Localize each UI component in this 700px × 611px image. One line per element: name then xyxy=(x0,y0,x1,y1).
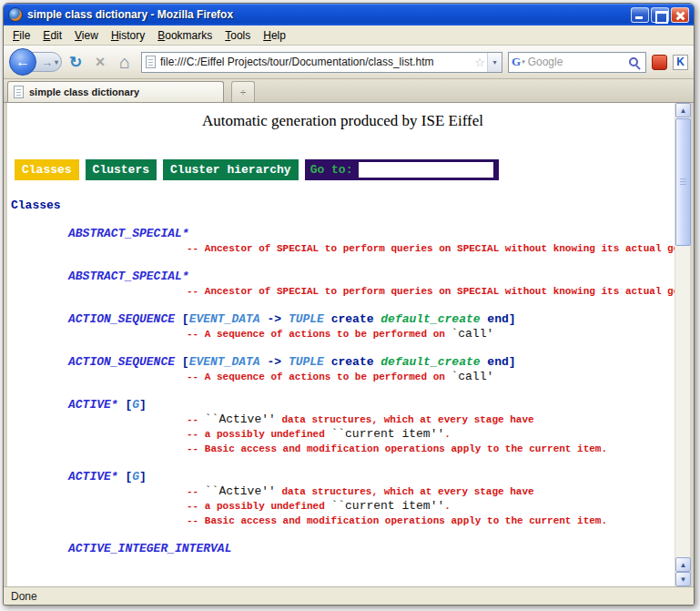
page-icon xyxy=(146,56,156,68)
menu-history[interactable]: History xyxy=(105,26,151,45)
maximize-button[interactable] xyxy=(651,7,669,23)
token-code: `call' xyxy=(451,370,493,383)
class-entry: ACTION_SEQUENCE [EVENT_DATA -> TUPLE cre… xyxy=(11,312,675,341)
url-dropdown-button[interactable]: ▾ xyxy=(487,53,502,72)
class-comment: -- Basic access and modification operati… xyxy=(187,442,675,456)
goto-label: Go to: xyxy=(310,163,353,177)
class-link[interactable]: ACTION_SEQUENCE [EVENT_DATA -> TUPLE cre… xyxy=(68,355,675,370)
nav-button-classes[interactable]: Classes xyxy=(15,159,79,180)
scrollbar-thumb[interactable] xyxy=(675,118,691,246)
back-button[interactable]: ← xyxy=(9,48,36,76)
token-cls: ABSTRACT_SPECIAL* xyxy=(68,270,189,283)
token-sym: [ xyxy=(118,470,133,484)
class-link[interactable]: ACTION_SEQUENCE [EVENT_DATA -> TUPLE cre… xyxy=(68,312,675,327)
token-cls: ACTIVE_INTEGER_INTERVAL xyxy=(68,542,231,555)
extension-icon-k[interactable]: K xyxy=(673,55,688,70)
section-title: Classes xyxy=(11,199,675,212)
tab-simple-class-dictionary[interactable]: simple class dictionary xyxy=(7,81,224,102)
class-comment: -- ``Active'' data structures, which at … xyxy=(187,412,675,427)
scroll-up-button[interactable]: ▲ xyxy=(675,103,691,117)
tab-bar: simple class dictionary ÷ xyxy=(4,79,694,103)
url-bar[interactable]: file:///C:/Eiffel Projects/tour/Document… xyxy=(141,52,502,73)
class-link[interactable]: ACTIVE* [G] xyxy=(68,398,675,412)
token-gen: EVENT_DATA xyxy=(189,355,260,369)
token-feat: default_create xyxy=(380,355,480,369)
tab-label: simple class dictionary xyxy=(29,87,139,97)
token-kw: create xyxy=(324,312,380,326)
scroll-down-button[interactable]: ▼ xyxy=(675,572,691,586)
minimize-button[interactable] xyxy=(631,7,649,23)
token-gen: G xyxy=(132,470,139,484)
class-entry: ABSTRACT_SPECIAL*-- Ancestor of SPECIAL … xyxy=(11,227,675,256)
class-entry: ACTIVE* [G]-- ``Active'' data structures… xyxy=(11,398,675,456)
window-controls xyxy=(631,7,689,23)
bookmark-star-icon[interactable]: ☆ xyxy=(474,56,485,69)
class-comment: -- a possibly undefined ``current item''… xyxy=(187,427,675,442)
token-cmt: -- a possibly undefined xyxy=(187,429,330,440)
menu-help[interactable]: Help xyxy=(257,26,292,45)
token-code: ``Active'' xyxy=(205,412,276,426)
page-nav-buttons: ClassesClustersCluster hierarchy xyxy=(15,159,299,180)
status-text: Done xyxy=(11,590,37,603)
token-sym: ] xyxy=(139,470,147,484)
class-comment: -- ``Active'' data structures, which at … xyxy=(187,484,675,499)
class-comment: -- A sequence of actions to be performed… xyxy=(187,327,675,341)
token-sym: ] xyxy=(139,398,147,412)
page-title: Automatic generation produced by ISE Eif… xyxy=(11,112,675,130)
token-code: ``current item'' xyxy=(330,427,444,441)
content-area: Automatic generation produced by ISE Eif… xyxy=(4,103,694,586)
menu-file[interactable]: File xyxy=(6,26,36,45)
extension-icon-red[interactable] xyxy=(652,55,667,70)
nav-button-cluster-hierarchy[interactable]: Cluster hierarchy xyxy=(163,159,299,180)
token-code: `call' xyxy=(451,327,493,341)
class-link[interactable]: ACTIVE* [G] xyxy=(68,470,675,484)
menu-bookmarks[interactable]: Bookmarks xyxy=(151,26,218,45)
token-cmt: . xyxy=(444,501,451,512)
class-link[interactable]: ACTIVE_INTEGER_INTERVAL xyxy=(68,542,675,556)
history-dropdown-icon[interactable]: ▾ xyxy=(55,58,58,66)
navigation-toolbar: ← →▾ ↻ × ⌂ file:///C:/Eiffel Projects/to… xyxy=(4,46,694,79)
token-cls: ACTION_SEQUENCE xyxy=(68,355,175,369)
refresh-button[interactable]: ↻ xyxy=(65,51,86,73)
token-cmt: -- Basic access and modification operati… xyxy=(187,515,607,526)
menu-edit[interactable]: Edit xyxy=(36,26,68,45)
stop-button[interactable]: × xyxy=(89,51,111,73)
tab-overflow-stub[interactable]: ÷ xyxy=(231,81,255,102)
class-link[interactable]: ABSTRACT_SPECIAL* xyxy=(68,270,675,284)
token-cls: ABSTRACT_SPECIAL* xyxy=(68,227,189,240)
scroll-up-button-bottom[interactable]: ▲ xyxy=(675,557,691,572)
token-gen: EVENT_DATA xyxy=(189,312,260,326)
menu-bar: FileEditViewHistoryBookmarksToolsHelp xyxy=(4,25,694,46)
token-cls: ACTION_SEQUENCE xyxy=(68,312,175,326)
goto-input[interactable] xyxy=(359,162,493,178)
token-kw: create xyxy=(324,355,380,369)
nav-button-clusters[interactable]: Clusters xyxy=(86,159,157,180)
token-cmt: data structures, which at every stage ha… xyxy=(276,414,534,425)
token-gen: TUPLE xyxy=(289,312,324,326)
close-button[interactable] xyxy=(671,7,689,23)
vertical-scrollbar[interactable]: ▲ ▲ ▼ xyxy=(675,103,690,586)
class-comment: -- Basic access and modification operati… xyxy=(187,514,675,528)
search-box[interactable]: G ▾ Google xyxy=(508,52,646,73)
title-bar: simple class dictionary - Mozilla Firefo… xyxy=(4,4,694,25)
url-text[interactable]: file:///C:/Eiffel Projects/tour/Document… xyxy=(160,56,472,68)
search-input[interactable]: Google xyxy=(528,56,629,68)
token-cmt: . xyxy=(444,429,451,440)
token-sym: -> xyxy=(260,355,289,369)
menu-tools[interactable]: Tools xyxy=(218,26,257,45)
menu-view[interactable]: View xyxy=(68,26,105,45)
document-page: Automatic generation produced by ISE Eif… xyxy=(7,103,675,586)
token-sym: ] xyxy=(509,312,516,326)
search-icon[interactable] xyxy=(629,57,638,66)
token-gen: G xyxy=(132,398,139,412)
class-entry: ACTIVE* [G]-- ``Active'' data structures… xyxy=(11,470,675,528)
home-button[interactable]: ⌂ xyxy=(114,51,136,73)
class-comment: -- A sequence of actions to be performed… xyxy=(187,370,675,384)
browser-window: simple class dictionary - Mozilla Firefo… xyxy=(3,3,695,606)
token-cmt: -- xyxy=(187,486,205,497)
search-engine-dropdown-icon[interactable]: ▾ xyxy=(522,58,525,66)
tab-page-icon xyxy=(14,86,24,98)
class-link[interactable]: ABSTRACT_SPECIAL* xyxy=(68,227,675,241)
window-title: simple class dictionary - Mozilla Firefo… xyxy=(27,8,626,21)
class-comment: -- Ancestor of SPECIAL to perform querie… xyxy=(187,284,675,299)
